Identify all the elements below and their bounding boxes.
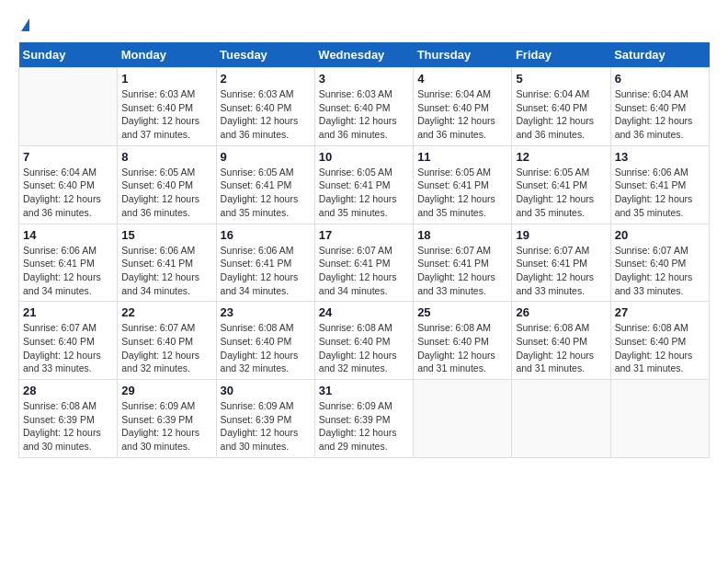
day-number: 23 xyxy=(221,305,311,319)
calendar-cell: 10Sunrise: 6:05 AMSunset: 6:41 PMDayligh… xyxy=(314,145,413,224)
calendar-cell: 30Sunrise: 6:09 AMSunset: 6:39 PMDayligh… xyxy=(216,380,314,458)
calendar-week-row: 1Sunrise: 6:03 AMSunset: 6:40 PMDaylight… xyxy=(19,68,710,146)
day-number: 6 xyxy=(615,72,705,86)
day-details: Sunrise: 6:09 AMSunset: 6:39 PMDaylight:… xyxy=(121,399,211,454)
calendar-cell: 12Sunrise: 6:05 AMSunset: 6:41 PMDayligh… xyxy=(512,145,610,224)
day-number: 26 xyxy=(516,305,606,319)
day-details: Sunrise: 6:07 AMSunset: 6:41 PMDaylight:… xyxy=(516,244,606,298)
day-details: Sunrise: 6:09 AMSunset: 6:39 PMDaylight:… xyxy=(221,399,311,454)
calendar-cell: 31Sunrise: 6:09 AMSunset: 6:39 PMDayligh… xyxy=(314,380,413,458)
day-number: 10 xyxy=(319,150,409,164)
day-details: Sunrise: 6:03 AMSunset: 6:40 PMDaylight:… xyxy=(221,87,311,142)
day-number: 30 xyxy=(221,384,311,397)
day-details: Sunrise: 6:07 AMSunset: 6:41 PMDaylight:… xyxy=(319,244,409,298)
calendar-cell: 3Sunrise: 6:03 AMSunset: 6:40 PMDaylight… xyxy=(314,68,413,146)
col-header-thursday: Thursday xyxy=(414,42,512,68)
day-details: Sunrise: 6:06 AMSunset: 6:41 PMDaylight:… xyxy=(121,244,211,298)
calendar-cell xyxy=(512,380,610,458)
day-details: Sunrise: 6:04 AMSunset: 6:40 PMDaylight:… xyxy=(615,87,705,142)
day-details: Sunrise: 6:08 AMSunset: 6:40 PMDaylight:… xyxy=(417,321,507,375)
calendar-cell: 17Sunrise: 6:07 AMSunset: 6:41 PMDayligh… xyxy=(314,224,413,302)
day-number: 22 xyxy=(121,305,211,319)
day-details: Sunrise: 6:03 AMSunset: 6:40 PMDaylight:… xyxy=(121,87,211,142)
calendar-cell xyxy=(414,380,512,458)
day-number: 13 xyxy=(615,150,705,164)
calendar-cell: 29Sunrise: 6:09 AMSunset: 6:39 PMDayligh… xyxy=(118,380,216,458)
calendar-cell: 7Sunrise: 6:04 AMSunset: 6:40 PMDaylight… xyxy=(19,145,118,224)
day-details: Sunrise: 6:08 AMSunset: 6:40 PMDaylight:… xyxy=(615,321,705,375)
calendar-cell: 8Sunrise: 6:05 AMSunset: 6:40 PMDaylight… xyxy=(118,145,216,224)
calendar-cell: 1Sunrise: 6:03 AMSunset: 6:40 PMDaylight… xyxy=(118,68,216,146)
day-details: Sunrise: 6:05 AMSunset: 6:41 PMDaylight:… xyxy=(417,166,507,220)
calendar-header-row: SundayMondayTuesdayWednesdayThursdayFrid… xyxy=(19,42,710,68)
day-number: 4 xyxy=(417,72,507,86)
calendar-cell xyxy=(19,68,118,146)
day-number: 18 xyxy=(417,228,507,242)
day-details: Sunrise: 6:06 AMSunset: 6:41 PMDaylight:… xyxy=(615,166,705,220)
calendar-cell: 5Sunrise: 6:04 AMSunset: 6:40 PMDaylight… xyxy=(512,68,610,146)
day-details: Sunrise: 6:05 AMSunset: 6:41 PMDaylight:… xyxy=(516,166,606,220)
day-details: Sunrise: 6:08 AMSunset: 6:39 PMDaylight:… xyxy=(23,399,113,454)
calendar-cell: 18Sunrise: 6:07 AMSunset: 6:41 PMDayligh… xyxy=(414,224,512,302)
calendar-week-row: 28Sunrise: 6:08 AMSunset: 6:39 PMDayligh… xyxy=(19,380,710,458)
col-header-monday: Monday xyxy=(118,42,216,68)
calendar-cell: 27Sunrise: 6:08 AMSunset: 6:40 PMDayligh… xyxy=(610,302,709,380)
calendar-cell: 28Sunrise: 6:08 AMSunset: 6:39 PMDayligh… xyxy=(19,380,118,458)
day-number: 21 xyxy=(23,305,113,319)
calendar-cell: 2Sunrise: 6:03 AMSunset: 6:40 PMDaylight… xyxy=(216,68,314,146)
day-details: Sunrise: 6:08 AMSunset: 6:40 PMDaylight:… xyxy=(221,321,311,375)
day-number: 9 xyxy=(221,150,311,164)
day-details: Sunrise: 6:08 AMSunset: 6:40 PMDaylight:… xyxy=(319,321,409,375)
calendar-cell: 20Sunrise: 6:07 AMSunset: 6:40 PMDayligh… xyxy=(610,224,709,302)
calendar-cell: 23Sunrise: 6:08 AMSunset: 6:40 PMDayligh… xyxy=(216,302,314,380)
col-header-wednesday: Wednesday xyxy=(314,42,413,68)
day-number: 5 xyxy=(516,72,606,86)
calendar-cell: 26Sunrise: 6:08 AMSunset: 6:40 PMDayligh… xyxy=(512,302,610,380)
calendar-cell: 11Sunrise: 6:05 AMSunset: 6:41 PMDayligh… xyxy=(414,145,512,224)
day-number: 12 xyxy=(516,150,606,164)
col-header-friday: Friday xyxy=(512,42,610,68)
day-number: 28 xyxy=(23,384,113,397)
day-number: 29 xyxy=(121,384,211,397)
day-details: Sunrise: 6:05 AMSunset: 6:41 PMDaylight:… xyxy=(319,166,409,220)
calendar-cell xyxy=(610,380,709,458)
day-number: 2 xyxy=(221,72,311,86)
day-details: Sunrise: 6:06 AMSunset: 6:41 PMDaylight:… xyxy=(221,244,311,298)
day-number: 19 xyxy=(516,228,606,242)
day-details: Sunrise: 6:06 AMSunset: 6:41 PMDaylight:… xyxy=(23,244,113,298)
day-details: Sunrise: 6:07 AMSunset: 6:40 PMDaylight:… xyxy=(121,321,211,375)
col-header-sunday: Sunday xyxy=(19,42,118,68)
day-number: 8 xyxy=(121,150,211,164)
logo xyxy=(18,18,29,33)
day-details: Sunrise: 6:04 AMSunset: 6:40 PMDaylight:… xyxy=(516,87,606,142)
calendar-cell: 24Sunrise: 6:08 AMSunset: 6:40 PMDayligh… xyxy=(314,302,413,380)
day-details: Sunrise: 6:04 AMSunset: 6:40 PMDaylight:… xyxy=(23,166,113,220)
day-number: 16 xyxy=(221,228,311,242)
day-details: Sunrise: 6:08 AMSunset: 6:40 PMDaylight:… xyxy=(516,321,606,375)
day-number: 25 xyxy=(417,305,507,319)
calendar-table: SundayMondayTuesdayWednesdayThursdayFrid… xyxy=(18,42,710,458)
day-details: Sunrise: 6:04 AMSunset: 6:40 PMDaylight:… xyxy=(417,87,507,142)
calendar-cell: 9Sunrise: 6:05 AMSunset: 6:41 PMDaylight… xyxy=(216,145,314,224)
col-header-saturday: Saturday xyxy=(610,42,709,68)
calendar-cell: 16Sunrise: 6:06 AMSunset: 6:41 PMDayligh… xyxy=(216,224,314,302)
day-number: 3 xyxy=(319,72,409,86)
page-header xyxy=(18,18,710,33)
calendar-cell: 6Sunrise: 6:04 AMSunset: 6:40 PMDaylight… xyxy=(610,68,709,146)
day-number: 1 xyxy=(121,72,211,86)
calendar-cell: 13Sunrise: 6:06 AMSunset: 6:41 PMDayligh… xyxy=(610,145,709,224)
logo-triangle-icon xyxy=(21,18,29,31)
calendar-cell: 14Sunrise: 6:06 AMSunset: 6:41 PMDayligh… xyxy=(19,224,118,302)
day-number: 24 xyxy=(319,305,409,319)
calendar-week-row: 21Sunrise: 6:07 AMSunset: 6:40 PMDayligh… xyxy=(19,302,710,380)
calendar-cell: 25Sunrise: 6:08 AMSunset: 6:40 PMDayligh… xyxy=(414,302,512,380)
calendar-week-row: 7Sunrise: 6:04 AMSunset: 6:40 PMDaylight… xyxy=(19,145,710,224)
day-details: Sunrise: 6:05 AMSunset: 6:41 PMDaylight:… xyxy=(221,166,311,220)
calendar-cell: 22Sunrise: 6:07 AMSunset: 6:40 PMDayligh… xyxy=(118,302,216,380)
calendar-cell: 15Sunrise: 6:06 AMSunset: 6:41 PMDayligh… xyxy=(118,224,216,302)
calendar-cell: 21Sunrise: 6:07 AMSunset: 6:40 PMDayligh… xyxy=(19,302,118,380)
day-details: Sunrise: 6:07 AMSunset: 6:41 PMDaylight:… xyxy=(417,244,507,298)
day-details: Sunrise: 6:07 AMSunset: 6:40 PMDaylight:… xyxy=(23,321,113,375)
day-details: Sunrise: 6:05 AMSunset: 6:40 PMDaylight:… xyxy=(121,166,211,220)
day-number: 17 xyxy=(319,228,409,242)
